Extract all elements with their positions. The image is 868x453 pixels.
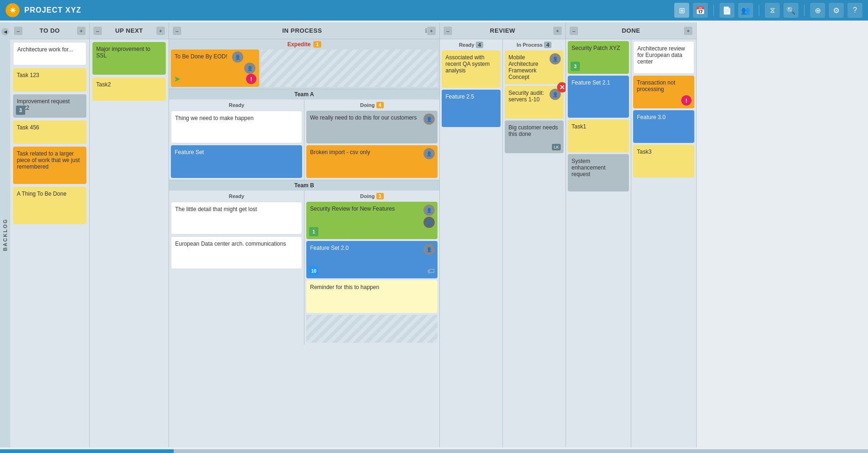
settings-icon[interactable]: ⚙: [829, 3, 844, 18]
file-icon[interactable]: 📄: [720, 3, 734, 18]
team-b-ready-card-1[interactable]: The little detail that might get lost: [171, 202, 302, 234]
upnext-header: – UP NEXT +: [90, 22, 169, 39]
team-b-doing-card-3[interactable]: Reminder for this to happen: [306, 280, 438, 313]
done-card4-exclaim: !: [681, 95, 692, 106]
search-icon[interactable]: 🔍: [783, 3, 798, 18]
todo-card-4[interactable]: Task 456: [13, 120, 86, 144]
review-body: Ready 4 Associated with recent QA system…: [440, 39, 565, 447]
team-a-doing-card-2[interactable]: Broken import - csv only 👤: [306, 145, 438, 178]
help-icon[interactable]: ⊕: [810, 3, 825, 18]
inprocess-header: – IN PROCESS ℹ +: [169, 22, 439, 39]
review-ready-count: 4: [476, 42, 483, 48]
todo-card-2[interactable]: Task 123: [13, 68, 86, 92]
done-right: Architecture review for European data ce…: [631, 39, 696, 447]
todo-card-5[interactable]: Task related to a larger piece of work t…: [13, 147, 86, 184]
team-b-doing-label: Doing 3: [306, 192, 438, 200]
team-a-doing: Doing 4 We really need to do this for ou…: [304, 99, 439, 180]
team-a-ready-label: Ready: [171, 101, 302, 109]
team-b-doing-tag: 🏷: [427, 267, 435, 276]
todo-body: Architecture work for... Task 123 Improv…: [10, 39, 89, 447]
inprocess-title: IN PROCESS: [181, 27, 423, 34]
expedite-body: To Be Done By EOD! 👤 👤 ➤ !: [171, 50, 438, 87]
expedite-card[interactable]: To Be Done By EOD! 👤 👤 ➤ !: [171, 50, 259, 87]
team-a-section: Team A Ready Thing we need to make happe…: [169, 89, 439, 180]
done-card-1[interactable]: Security Patch XYZ 3: [568, 41, 629, 74]
todo-header: – TO DO +: [10, 22, 89, 39]
header: ☀ PROJECT XYZ ⊞ 📅 📄 👥 ⧖ 🔍 ⊕ ⚙ ?: [0, 0, 868, 21]
review-collapse-btn[interactable]: –: [444, 27, 452, 35]
app-title: PROJECT XYZ: [24, 6, 81, 14]
inprocess-collapse-btn[interactable]: –: [173, 27, 181, 35]
team-b-body: Ready The little detail that might get l…: [169, 191, 439, 345]
todo-title: TO DO: [22, 27, 77, 34]
backlog-label: BACKLOG: [2, 219, 8, 251]
users-icon[interactable]: 👥: [738, 3, 753, 18]
done-left: Security Patch XYZ 3 Feature Set 2.1 Tas…: [566, 39, 631, 447]
column-inprocess: – IN PROCESS ℹ + Expedite 1 To Be Done B…: [169, 22, 440, 447]
done-title: DONE: [578, 27, 684, 34]
expedite-section: Expedite 1 To Be Done By EOD! 👤 👤 ➤ !: [169, 39, 439, 89]
review-inprocess-card-3[interactable]: Big customer needs this done LK: [505, 120, 564, 153]
review-header: – REVIEW +: [440, 22, 565, 39]
team-a-doing-card-1[interactable]: We really need to do this for our custom…: [306, 111, 438, 143]
team-b-doing-card-2[interactable]: Feature Set 2.0 👤 10 🏷: [306, 241, 438, 278]
expedite-label: Expedite: [287, 41, 311, 48]
done-header: – DONE +: [566, 22, 696, 39]
team-b-doing-count: 3: [376, 193, 384, 199]
todo-add-btn[interactable]: +: [77, 27, 85, 35]
column-upnext: – UP NEXT + Major improvement to SSL Tas…: [90, 22, 169, 447]
done-card-6[interactable]: Feature 3.0: [633, 110, 694, 143]
team-a-body: Ready Thing we need to make happen Featu…: [169, 99, 439, 180]
team-a-ready-card-1[interactable]: Thing we need to make happen: [171, 111, 302, 143]
done-body: Security Patch XYZ 3 Feature Set 2.1 Tas…: [566, 39, 696, 447]
review-inprocess-close-btn[interactable]: ✕: [557, 82, 565, 92]
review-inprocess-lk: LK: [552, 144, 561, 150]
team-b-doing-avatar-1: 👤: [423, 205, 435, 216]
review-inprocess-card-1[interactable]: Mobile Architecture Framework Concept 👤: [505, 50, 564, 84]
grid-view-icon[interactable]: ⊞: [674, 3, 689, 18]
calendar-icon[interactable]: 📅: [693, 3, 708, 18]
team-b-hatched: [306, 315, 438, 343]
review-ready-card-1[interactable]: Associated with recent QA system analysi…: [442, 50, 501, 88]
expedite-count: 1: [313, 41, 321, 48]
todo-card-3[interactable]: Improvement request #522 3: [13, 94, 86, 118]
todo-card-6[interactable]: A Thing To Be Done: [13, 187, 86, 224]
team-a-ready: Ready Thing we need to make happen Featu…: [169, 99, 304, 180]
todo-card-1[interactable]: Architecture work for...: [13, 42, 86, 65]
review-ready-label: Ready 4: [442, 41, 501, 49]
expedite-exclaim: !: [246, 74, 256, 84]
team-b-ready-card-2[interactable]: European Data center arch. communication…: [171, 236, 302, 269]
upnext-card-2[interactable]: Task2: [92, 78, 166, 101]
upnext-body: Major improvement to SSL Task2: [90, 39, 169, 447]
column-review: – REVIEW + Ready 4 Associated with recen…: [440, 22, 566, 447]
team-b-doing: Doing 3 Security Review for New Features…: [304, 191, 439, 345]
upnext-add-btn[interactable]: +: [156, 27, 165, 35]
done-card-8[interactable]: Task3: [633, 145, 694, 177]
done-card-5[interactable]: Task1: [568, 120, 629, 152]
upnext-collapse-btn[interactable]: –: [93, 27, 102, 35]
team-a-doing-avatar-2: 👤: [423, 148, 435, 159]
done-card-4[interactable]: Transaction not processing !: [633, 76, 694, 108]
progress-bar-fill: [0, 449, 174, 453]
done-card-3[interactable]: Feature Set 2.1: [568, 76, 629, 118]
done-collapse-btn[interactable]: –: [570, 27, 578, 35]
team-b-doing-card-1[interactable]: Security Review for New Features 👤 👤 1: [306, 202, 438, 239]
inprocess-add-btn[interactable]: +: [427, 27, 436, 35]
review-ready-card-2[interactable]: Feature 2.5: [442, 90, 501, 127]
team-a-ready-card-2[interactable]: Feature Set: [171, 145, 302, 178]
expedite-header: Expedite 1: [171, 41, 438, 48]
question-icon[interactable]: ?: [847, 3, 862, 18]
review-title: REVIEW: [452, 27, 553, 34]
review-inprocess-label: In Process 4: [505, 41, 564, 49]
header-left: ☀ PROJECT XYZ: [6, 3, 81, 17]
review-inprocess-card-2[interactable]: Security audit: servers 1-10 👤 ✕: [505, 86, 564, 119]
todo-collapse-btn[interactable]: –: [14, 27, 22, 35]
filter-icon[interactable]: ⧖: [765, 3, 780, 18]
done-card-2[interactable]: Architecture review for European data ce…: [633, 41, 694, 74]
upnext-card-1[interactable]: Major improvement to SSL: [92, 42, 166, 75]
done-add-btn[interactable]: +: [684, 27, 692, 35]
team-b-ready: Ready The little detail that might get l…: [169, 191, 304, 345]
review-add-btn[interactable]: +: [553, 27, 562, 35]
backlog-icon[interactable]: ◀: [1, 28, 9, 35]
done-card-7[interactable]: System enhancement request: [568, 154, 629, 191]
